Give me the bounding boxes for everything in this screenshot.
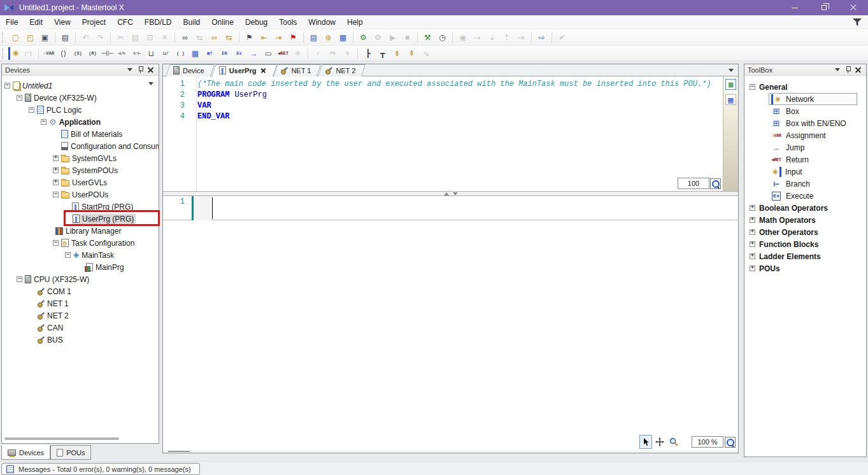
properties-icon[interactable]: ▤ xyxy=(306,31,321,44)
tab-pous[interactable]: POUs xyxy=(50,445,91,460)
tree-item-net2[interactable]: NET 2 xyxy=(2,309,159,322)
editor-splitter[interactable] xyxy=(163,191,738,196)
toolbox-group[interactable]: Math Operators xyxy=(744,214,866,226)
toolbox-item-execute[interactable]: ExExecute xyxy=(769,190,857,202)
expander-icon[interactable] xyxy=(41,119,46,125)
replace-in-project-icon[interactable]: ⇆ xyxy=(222,31,236,44)
tree-item-bus[interactable]: BUS xyxy=(2,334,159,346)
toolbox-item-jump[interactable]: →Jump xyxy=(769,141,857,153)
insert-jump-icon[interactable]: → xyxy=(246,47,261,60)
toolbox-item-assignment[interactable]: -VARAssignment xyxy=(769,129,857,141)
expander-icon[interactable] xyxy=(17,95,22,101)
insert-input-icon[interactable]: ✳ xyxy=(290,47,305,60)
zoom-tool-button[interactable] xyxy=(667,435,680,449)
clear-bookmarks-icon[interactable]: ⚑ xyxy=(286,31,301,44)
replace-icon[interactable]: ⇆ xyxy=(192,31,207,44)
menu-item[interactable]: Help xyxy=(341,15,369,29)
expander-icon[interactable] xyxy=(29,107,34,113)
insert-parallel-contact-icon[interactable]: ⊔ xyxy=(144,47,159,60)
toolbox-group[interactable]: Ladder Elements xyxy=(744,250,866,262)
insert-label-icon[interactable]: ▭ xyxy=(261,47,276,60)
paste-icon[interactable]: ⊡ xyxy=(143,31,157,44)
insert-contact-right-icon[interactable]: ⊣⊢ xyxy=(100,47,115,60)
build-icon[interactable]: ⚒ xyxy=(420,31,435,44)
tree-item-plc-logic[interactable]: PLC Logic xyxy=(2,104,159,116)
tree-item-can[interactable]: CAN xyxy=(2,322,159,334)
restore-button[interactable] xyxy=(809,0,839,15)
step-over-icon[interactable]: ⇢ xyxy=(470,31,485,44)
tree-item-configuration[interactable]: Configuration and Consum xyxy=(2,140,159,152)
toolbox-group[interactable]: Boolean Operators xyxy=(744,202,866,214)
tree-item-library-manager[interactable]: Library Manager xyxy=(2,225,159,237)
toolbox-item-box-en-eno[interactable]: ⊞Box with EN/ENO xyxy=(769,117,857,129)
minimize-button[interactable] xyxy=(780,0,809,15)
stop-icon[interactable]: ■ xyxy=(400,31,415,44)
edge-detection-icon[interactable]: PN xyxy=(325,47,340,60)
step-into-icon[interactable]: ⇣ xyxy=(485,31,499,44)
tree-item-project[interactable]: Untitled1 xyxy=(2,80,159,92)
tab-list-dropdown-icon[interactable] xyxy=(729,69,734,74)
insert-box-icon[interactable]: ▦ xyxy=(188,47,203,60)
close-tab-icon[interactable] xyxy=(260,67,266,73)
login-icon[interactable]: ⚙ xyxy=(356,31,371,44)
insert-negated-parallel-contact-icon[interactable]: ⊔/ xyxy=(159,47,173,60)
insert-coil-icon[interactable]: ( ) xyxy=(173,47,188,60)
messages-status[interactable]: Messages - Total 0 error(s), 0 warning(s… xyxy=(1,463,200,475)
cut-icon[interactable]: ✂ xyxy=(113,31,128,44)
insert-branch-icon[interactable]: ┣ xyxy=(360,47,375,60)
tree-item-systemgvls[interactable]: SystemGVLs xyxy=(2,152,159,164)
insert-set-coil-icon[interactable]: (S) xyxy=(71,47,85,60)
toolbox-item-return[interactable]: ◀RETReturn xyxy=(769,153,857,166)
new-project-icon[interactable]: ▢ xyxy=(8,31,23,44)
panel-pin-icon[interactable] xyxy=(843,66,853,74)
expander-icon[interactable] xyxy=(53,155,59,161)
tree-item-userpous[interactable]: UserPOUs xyxy=(2,188,159,201)
insert-execute-icon[interactable]: Ex xyxy=(232,47,246,60)
insert-network-icon[interactable]: ✳ xyxy=(8,47,21,60)
menu-item[interactable]: Online xyxy=(206,15,239,29)
insert-reset-coil-icon[interactable]: (R) xyxy=(85,47,100,60)
tree-item-mainprg[interactable]: MainPrg xyxy=(2,261,159,273)
next-bookmark-icon[interactable]: ⇥ xyxy=(271,31,286,44)
find-in-project-icon[interactable]: ∞ xyxy=(207,31,222,44)
panel-pin-icon[interactable] xyxy=(135,66,145,74)
menu-item[interactable]: Build xyxy=(178,15,206,29)
menu-item[interactable]: Tools xyxy=(273,15,302,29)
panel-dropdown-icon[interactable] xyxy=(125,66,135,74)
tab-device[interactable]: Device xyxy=(166,64,215,76)
zoom-page-icon[interactable] xyxy=(710,178,721,189)
tab-net1[interactable]: NET 1 xyxy=(273,64,321,76)
expander-icon[interactable] xyxy=(53,167,59,173)
expander-icon[interactable] xyxy=(750,266,755,271)
panel-dropdown-icon[interactable] xyxy=(832,66,843,74)
implementation-editor[interactable]: 1 xyxy=(163,196,738,436)
toolbox-item-branch[interactable]: ⊢Branch xyxy=(769,178,857,190)
toolbox-item-box[interactable]: ⊞Box xyxy=(769,105,857,117)
expander-icon[interactable] xyxy=(17,276,22,282)
tab-net2[interactable]: NET 2 xyxy=(318,64,366,76)
root-dropdown-icon[interactable] xyxy=(148,82,153,88)
menu-item[interactable]: Project xyxy=(76,15,111,29)
delete-icon[interactable]: ✕ xyxy=(157,31,172,44)
panel-close-icon[interactable] xyxy=(145,66,155,74)
tree-item-net1[interactable]: NET 1 xyxy=(2,297,159,309)
toolbox-group-general[interactable]: General xyxy=(744,81,866,93)
menu-item[interactable]: FBD/LD xyxy=(139,15,178,29)
tree-item-task-configuration[interactable]: Task Configuration xyxy=(2,237,159,249)
insert-comment-icon[interactable]: (*) xyxy=(21,47,36,60)
step-out-icon[interactable]: ⇡ xyxy=(499,31,514,44)
expander-icon[interactable] xyxy=(750,241,755,247)
select-tool-button[interactable] xyxy=(639,435,652,449)
zoom-page-icon[interactable] xyxy=(725,437,736,448)
filter-funnel-icon[interactable] xyxy=(853,18,862,26)
undo-icon[interactable]: ↶ xyxy=(78,31,93,44)
close-button[interactable] xyxy=(839,0,868,15)
copy-icon[interactable]: ▤ xyxy=(128,31,143,44)
tree-item-device[interactable]: Device (XF325-W) xyxy=(2,92,159,104)
declaration-zoom-value[interactable]: 100 xyxy=(678,178,709,189)
toolbox-item-input[interactable]: ✳Input xyxy=(769,166,857,178)
menu-item[interactable]: CFC xyxy=(111,15,139,29)
tab-devices[interactable]: Devices xyxy=(1,445,50,460)
expander-icon[interactable] xyxy=(750,229,755,235)
project-settings-icon[interactable]: ▦ xyxy=(336,31,350,44)
